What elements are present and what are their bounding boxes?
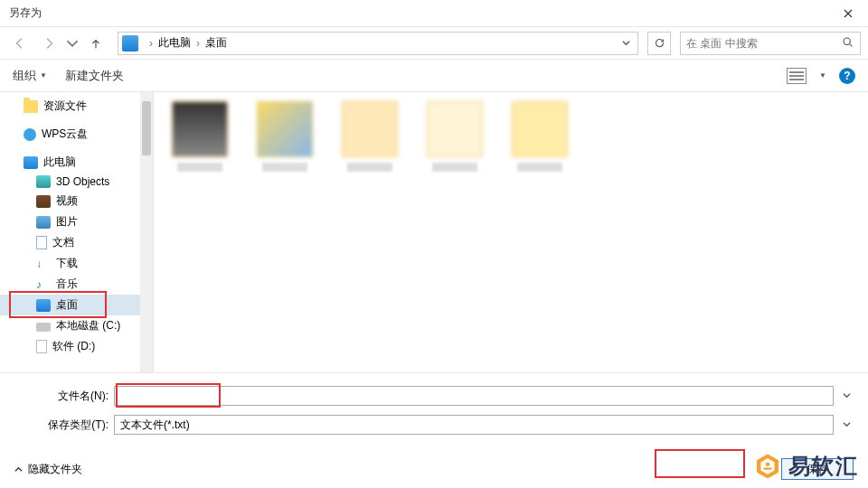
- nav-up-button[interactable]: [83, 31, 108, 56]
- svg-point-1: [766, 463, 770, 467]
- help-button[interactable]: ?: [839, 68, 855, 84]
- sidebar-item-label: 软件 (D:): [52, 339, 95, 354]
- nav-bar: › 此电脑 › 桌面: [0, 27, 868, 60]
- breadcrumb-root[interactable]: 此电脑: [158, 35, 191, 51]
- sidebar-item-3d-objects[interactable]: 3D Objects: [0, 173, 153, 191]
- folder-thumb-icon: [512, 101, 568, 157]
- file-label: [262, 163, 307, 172]
- folder-icon: [24, 100, 38, 113]
- nav-recent-button[interactable]: [65, 31, 80, 56]
- sidebar-item-resources[interactable]: 资源文件: [0, 96, 153, 117]
- sidebar-item-label: 下载: [56, 256, 78, 271]
- disk-icon: [36, 340, 47, 353]
- file-item[interactable]: [168, 101, 231, 172]
- sidebar-item-documents[interactable]: 文档: [0, 232, 153, 253]
- sidebar-item-label: 资源文件: [43, 99, 87, 114]
- nav-sidebar: 资源文件 WPS云盘 此电脑 3D Objects 视频 图片 文档 ↓下载 ♪…: [0, 92, 154, 372]
- sidebar-item-label: 3D Objects: [56, 175, 109, 188]
- watermark-logo-icon: [754, 453, 781, 480]
- sidebar-item-videos[interactable]: 视频: [0, 191, 153, 211]
- sidebar-item-label: 视频: [56, 193, 78, 209]
- sidebar-item-label: 文档: [52, 235, 74, 250]
- sidebar-item-label: 本地磁盘 (C:): [56, 318, 120, 333]
- sidebar-item-label: WPS云盘: [42, 127, 88, 142]
- nav-forward-button[interactable]: [36, 31, 61, 56]
- filename-dropdown[interactable]: [839, 389, 854, 402]
- file-item[interactable]: [508, 101, 571, 172]
- disk-icon: [36, 323, 51, 332]
- hide-folders-toggle[interactable]: 隐藏文件夹: [14, 462, 82, 477]
- document-icon: [36, 236, 47, 249]
- sidebar-scrollbar[interactable]: [140, 92, 153, 372]
- svg-rect-2: [764, 468, 772, 470]
- breadcrumb-current[interactable]: 桌面: [205, 35, 227, 51]
- pc-icon: [122, 35, 138, 52]
- sidebar-item-desktop[interactable]: 桌面: [0, 295, 153, 315]
- filetype-value: 文本文件(*.txt): [120, 418, 190, 433]
- close-icon: [844, 9, 853, 18]
- refresh-button[interactable]: [647, 32, 671, 55]
- new-folder-button[interactable]: 新建文件夹: [65, 68, 124, 84]
- folder-thumb-icon: [172, 101, 228, 157]
- sidebar-item-local-disk-c[interactable]: 本地磁盘 (C:): [0, 315, 153, 336]
- filename-input[interactable]: [120, 389, 827, 402]
- file-item[interactable]: [338, 101, 401, 172]
- sidebar-item-music[interactable]: ♪音乐: [0, 274, 153, 295]
- search-icon: [842, 36, 854, 51]
- svg-point-0: [844, 38, 850, 44]
- folder-thumb-icon: [257, 101, 313, 157]
- arrow-up-icon: [90, 37, 102, 50]
- view-options-button[interactable]: [787, 68, 807, 84]
- sidebar-item-downloads[interactable]: ↓下载: [0, 253, 153, 274]
- file-list[interactable]: [154, 92, 868, 372]
- scrollbar-thumb[interactable]: [142, 101, 151, 155]
- organize-menu[interactable]: 组织 ▼: [13, 68, 47, 84]
- arrow-left-icon: [14, 37, 26, 50]
- watermark: 易软汇: [754, 452, 859, 481]
- filename-label: 文件名(N):: [36, 389, 108, 404]
- filetype-select[interactable]: 文本文件(*.txt): [114, 415, 834, 435]
- cloud-icon: [24, 128, 36, 141]
- file-label: [347, 163, 392, 172]
- desktop-icon: [36, 299, 51, 312]
- video-icon: [36, 195, 51, 208]
- chevron-down-icon: [843, 391, 851, 399]
- search-input[interactable]: [686, 37, 842, 50]
- filetype-label: 保存类型(T):: [36, 418, 108, 433]
- nav-back-button[interactable]: [7, 31, 33, 56]
- chevron-up-icon: [14, 465, 23, 474]
- filename-field-wrap[interactable]: [114, 386, 834, 406]
- sidebar-item-pictures[interactable]: 图片: [0, 211, 153, 232]
- dialog-footer: 隐藏文件夹 保存: [0, 451, 868, 488]
- refresh-icon: [654, 37, 665, 49]
- search-box[interactable]: [680, 32, 861, 55]
- breadcrumb-sep: ›: [196, 37, 200, 50]
- address-dropdown[interactable]: [618, 39, 634, 47]
- filetype-dropdown[interactable]: [839, 418, 854, 431]
- download-icon: ↓: [36, 258, 51, 270]
- sidebar-item-wps-cloud[interactable]: WPS云盘: [0, 124, 153, 145]
- close-button[interactable]: [827, 0, 868, 27]
- watermark-text: 易软汇: [788, 452, 859, 481]
- window-title: 另存为: [9, 5, 42, 21]
- file-label: [517, 163, 562, 172]
- sidebar-item-software-d[interactable]: 软件 (D:): [0, 336, 153, 357]
- hide-folders-label: 隐藏文件夹: [28, 462, 82, 477]
- save-fields: 文件名(N): 保存类型(T): 文本文件(*.txt): [0, 372, 868, 451]
- file-label: [177, 163, 222, 172]
- chevron-down-icon[interactable]: ▼: [819, 71, 826, 80]
- chevron-down-icon: ▼: [40, 71, 47, 80]
- file-item[interactable]: [253, 101, 316, 172]
- sidebar-item-label: 此电脑: [43, 155, 76, 170]
- title-bar: 另存为: [0, 0, 868, 27]
- chevron-down-icon: [843, 420, 851, 428]
- address-bar[interactable]: › 此电脑 › 桌面: [118, 32, 638, 55]
- chevron-down-icon: [66, 37, 79, 50]
- file-item[interactable]: [423, 101, 486, 172]
- breadcrumb-sep: ›: [149, 37, 153, 50]
- music-icon: ♪: [36, 278, 51, 291]
- sidebar-item-this-pc[interactable]: 此电脑: [0, 152, 153, 173]
- folder-thumb-icon: [342, 101, 398, 157]
- toolbar: 组织 ▼ 新建文件夹 ▼ ?: [0, 60, 868, 92]
- body-area: 资源文件 WPS云盘 此电脑 3D Objects 视频 图片 文档 ↓下载 ♪…: [0, 92, 868, 372]
